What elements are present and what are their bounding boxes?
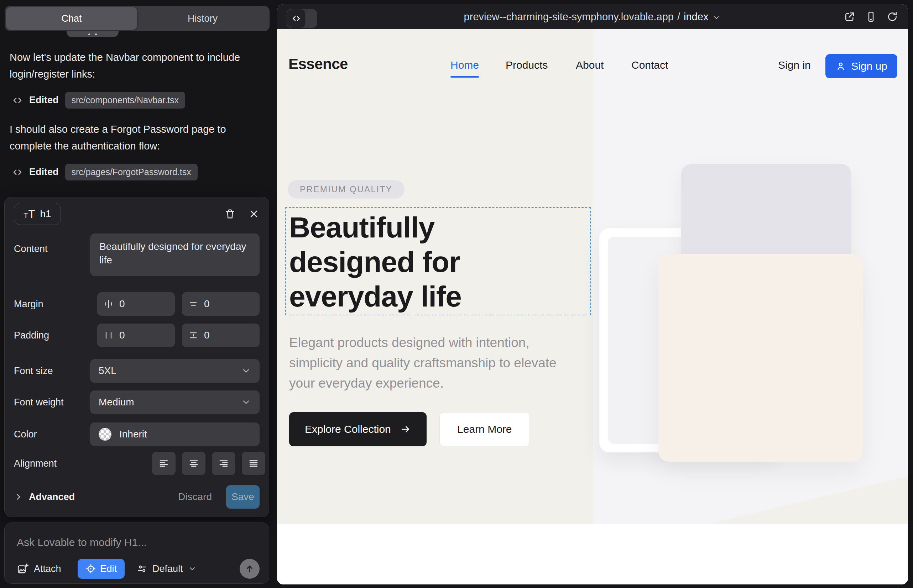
hero-headline[interactable]: Beautifully designed for everyday life [289,210,588,313]
chevron-down-icon[interactable] [712,13,721,22]
code-icon [12,95,23,106]
prompt-input[interactable]: Ask Lovable to modify H1... [17,536,257,549]
margin-horizontal-icon [104,299,113,309]
delete-element-button[interactable] [224,208,236,220]
sign-in-link[interactable]: Sign in [778,59,811,71]
site-page: Essence Home Products About Contact Sign… [277,29,908,585]
edited-label: Edited [29,95,59,106]
nav-link-products[interactable]: Products [506,59,548,71]
app-window: Chat History Now let's update the Navbar… [0,0,913,588]
typography-icon: TT [24,208,35,220]
align-center-button[interactable] [182,452,206,475]
code-icon [12,167,23,178]
alignment-label: Alignment [14,458,90,469]
nav-link-contact[interactable]: Contact [631,59,668,71]
edited-file-row: Edited src/components/Navbar.tsx [12,92,185,108]
selected-element-tag[interactable]: TT h1 [14,203,61,225]
sliders-icon [137,564,147,574]
refresh-icon [887,11,898,23]
align-justify-button[interactable] [242,452,265,475]
edited-label: Edited [29,166,59,178]
align-center-icon [188,458,199,469]
chat-history-tabbar: Chat History [5,6,270,31]
attach-image-icon [17,563,29,575]
attach-button[interactable]: Attach [17,563,61,575]
discard-button[interactable]: Discard [178,491,212,502]
nav-link-home[interactable]: Home [450,59,479,71]
padding-label: Padding [14,330,90,341]
chevron-right-icon [14,492,23,501]
mobile-view-button[interactable] [865,11,877,23]
send-button[interactable] [240,559,260,579]
align-right-icon [218,458,229,469]
hero-paragraph: Elegant products designed with intention… [289,333,578,393]
content-label: Content [14,244,90,255]
content-input[interactable]: Beautifully designed for everyday life [90,234,260,276]
explore-collection-button[interactable]: Explore Collection [289,412,427,446]
decorative-card-cream [659,254,863,462]
margin-vertical-icon [188,299,198,309]
padding-x-input[interactable]: 0 [97,323,175,347]
font-weight-select[interactable]: Medium [90,391,260,414]
align-right-button[interactable] [212,452,235,475]
margin-x-input[interactable]: 0 [97,292,175,316]
color-select[interactable]: Inherit [90,423,260,446]
font-weight-label: Font weight [14,397,90,408]
site-logo[interactable]: Essence [288,55,348,73]
color-swatch-transparent [99,428,112,441]
prompt-composer: Ask Lovable to modify H1... Attach Edit … [4,522,269,584]
mobile-device-icon [865,11,877,23]
model-default-select[interactable]: Default [137,564,197,575]
color-label: Color [14,429,90,440]
edited-file-chip[interactable]: src/components/Navbar.tsx [65,92,186,108]
advanced-toggle[interactable]: Advanced [14,491,75,502]
refresh-button[interactable] [887,11,898,23]
align-justify-icon [248,458,259,469]
chevron-down-icon [188,564,197,573]
premium-badge: PREMIUM QUALITY [288,180,405,199]
sign-up-button[interactable]: Sign up [826,54,897,78]
arrow-up-icon [244,564,255,574]
external-link-icon [844,11,855,23]
edited-file-row: Edited src/pages/ForgotPassword.tsx [12,164,197,181]
padding-y-input[interactable]: 0 [182,323,260,347]
padding-vertical-icon [188,330,198,340]
scrolled-chip-partial [66,31,118,37]
nav-link-about[interactable]: About [576,59,604,71]
padding-horizontal-icon [104,330,113,340]
open-external-button[interactable] [844,11,855,23]
align-left-button[interactable] [152,452,176,475]
edited-file-chip[interactable]: src/pages/ForgotPassword.tsx [65,164,197,181]
tab-chat[interactable]: Chat [6,7,137,30]
chevron-down-icon [241,366,251,376]
chevron-down-icon [241,397,251,407]
decorative-wedge [593,476,908,524]
trash-icon [224,208,236,220]
preview-chrome-bar: preview--charming-site-symphony.lovable.… [277,4,908,29]
learn-more-button[interactable]: Learn More [439,412,530,446]
user-icon [835,61,846,71]
edit-mode-button[interactable]: Edit [78,559,125,579]
preview-window: preview--charming-site-symphony.lovable.… [277,4,908,585]
preview-url-host[interactable]: preview--charming-site-symphony.lovable.… [464,11,674,23]
site-footer-strip [277,524,908,585]
close-icon [248,208,260,220]
margin-y-input[interactable]: 0 [182,292,260,316]
align-left-icon [159,458,169,469]
tab-history[interactable]: History [137,7,268,30]
save-button[interactable]: Save [226,485,260,509]
code-view-toggle[interactable] [287,9,317,28]
chat-sidebar: Chat History Now let's update the Navbar… [0,0,277,588]
chat-message: I should also create a Forgot Password p… [10,121,267,155]
element-editor-panel: TT h1 Content Beautifully designed for e… [4,197,269,517]
arrow-right-icon [400,424,411,435]
close-editor-button[interactable] [248,208,260,220]
code-icon [287,9,306,28]
chat-message: Now let's update the Navbar component to… [10,49,267,82]
preview-url-path[interactable]: index [684,11,708,23]
font-size-label: Font size [14,365,90,376]
margin-label: Margin [14,299,90,310]
font-size-select[interactable]: 5XL [90,359,260,383]
target-icon [86,564,96,574]
